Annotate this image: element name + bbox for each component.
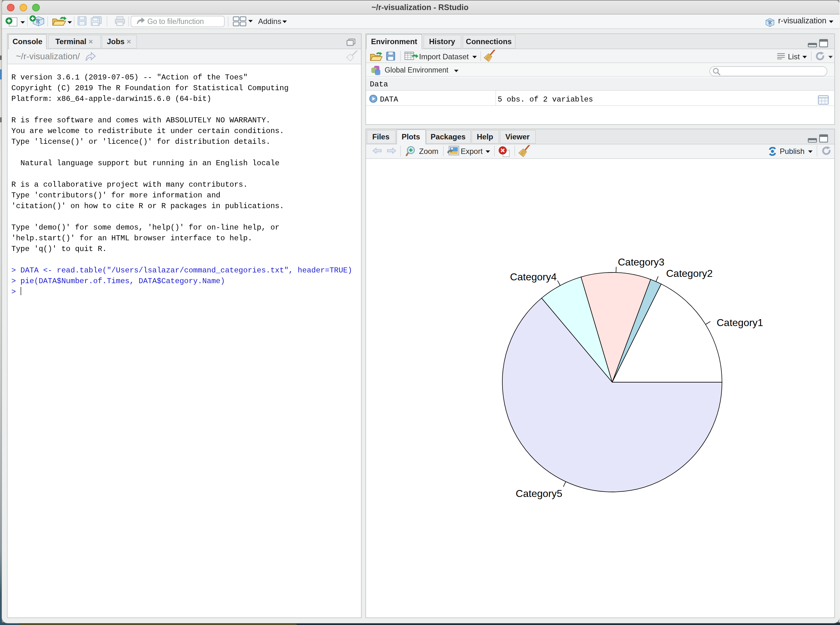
svg-text:R: R	[36, 18, 41, 25]
svg-text:Category5: Category5	[515, 488, 562, 499]
svg-text:Category4: Category4	[510, 271, 556, 282]
svg-text:Category2: Category2	[666, 267, 712, 279]
svg-text:R: R	[768, 19, 772, 25]
svg-text:Category1: Category1	[716, 317, 763, 328]
svg-text:Category3: Category3	[617, 256, 664, 267]
